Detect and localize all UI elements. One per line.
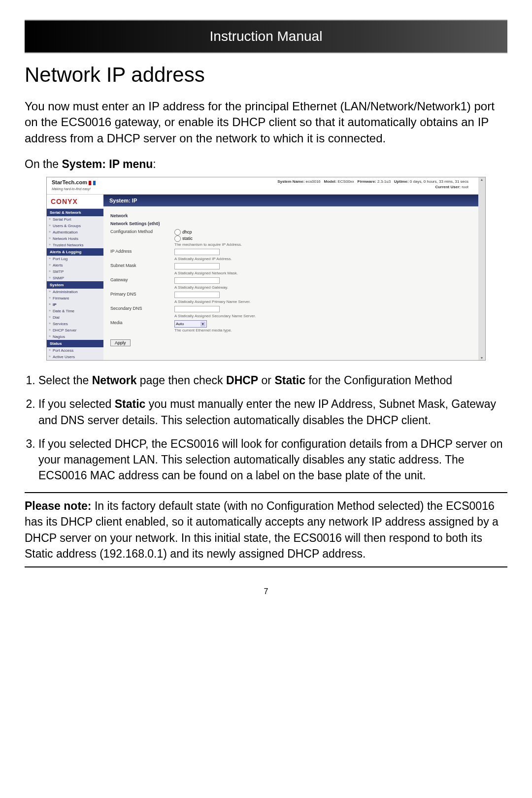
ss-navhead-serial: Serial & Network	[47, 209, 103, 216]
ss-settings-heading: Network Settings (eth0)	[110, 221, 471, 226]
ss-brand: CONYX	[47, 195, 103, 209]
ss-topbar: StarTech.com Making hard-to-find easy! S…	[47, 177, 478, 195]
apply-button[interactable]: Apply	[110, 339, 131, 346]
ip-address-hint: A Statically Assigned IP Address.	[174, 257, 471, 261]
sidebar-item-nagios[interactable]: Nagios	[47, 333, 103, 340]
step1-d: DHCP	[226, 374, 258, 387]
ss-navhead-system: System	[47, 281, 103, 289]
ss-model-val: ECS00xx	[338, 179, 354, 184]
sidebar-item-port-access[interactable]: Port Access	[47, 347, 103, 354]
ss-sysname-label: System Name:	[277, 179, 304, 184]
section-title: Network IP address	[25, 63, 507, 87]
config-method-label: Configuration Method	[110, 229, 174, 234]
ss-user-label: Current User:	[435, 185, 461, 189]
scroll-down-icon[interactable]: ▾	[481, 356, 483, 360]
step-1: Select the Network page then check DHCP …	[38, 372, 507, 388]
intro-paragraph: You now must enter an IP address for the…	[25, 99, 507, 146]
secondary-dns-label: Secondary DNS	[110, 306, 174, 311]
step1-b: Network	[92, 374, 137, 387]
step-2: If you selected Static you must manually…	[38, 396, 507, 428]
step1-e: or	[258, 374, 274, 387]
ss-uptime-label: Uptime:	[394, 179, 409, 184]
sidebar-item-trusted-networks[interactable]: Trusted Networks	[47, 242, 103, 248]
ss-navhead-status: Status	[47, 340, 103, 347]
steps-list: Select the Network page then check DHCP …	[25, 372, 507, 483]
on-menu-suffix: :	[153, 158, 156, 170]
sidebar-item-port-log[interactable]: Port Log	[47, 256, 103, 262]
media-label: Media	[110, 320, 174, 325]
ss-user-val: root	[462, 185, 468, 189]
sidebar-item-dial[interactable]: Dial	[47, 314, 103, 321]
step1-f: Static	[274, 374, 305, 387]
ss-sysinfo: System Name: ecs0016 Model: ECS00xx Firm…	[277, 179, 468, 193]
chevron-down-icon: ▾	[200, 322, 205, 327]
scrollbar[interactable]: ▴ ▾	[478, 177, 485, 360]
please-note: Please note: In its factory default stat…	[25, 498, 507, 562]
step1-c: page then check	[136, 374, 226, 387]
radio-dhcp-label: dhcp	[182, 230, 192, 234]
on-menu-prefix: On the	[25, 158, 62, 170]
media-select-value: Auto	[176, 322, 184, 326]
ss-sysname-val: ecs0016	[306, 179, 321, 184]
sidebar-item-active-users[interactable]: Active Users	[47, 354, 103, 360]
sidebar-item-serial-port[interactable]: Serial Port	[47, 216, 103, 223]
step2-b: Static	[115, 398, 146, 410]
ss-fw-val: 2.3-1u3	[377, 179, 391, 184]
radio-dhcp[interactable]: dhcp	[174, 229, 471, 235]
on-menu-bold: System: IP menu	[62, 158, 153, 170]
subnet-mask-input[interactable]	[174, 263, 220, 269]
sidebar-item-firmware[interactable]: Firmware	[47, 295, 103, 301]
config-method-hint: The mechanism to acquire IP Address.	[174, 242, 471, 247]
sidebar-item-services[interactable]: Services	[47, 321, 103, 327]
ss-model-label: Model:	[324, 179, 336, 184]
ss-uptime-val: 0 days, 0 hours, 33 mins, 31 secs	[410, 179, 468, 184]
step1-a: Select the	[38, 374, 92, 387]
media-hint: The current Ethernet media type.	[174, 328, 471, 332]
sidebar-item-smtp[interactable]: SMTP	[47, 268, 103, 275]
embedded-screenshot: StarTech.com Making hard-to-find easy! S…	[46, 177, 486, 361]
gateway-input[interactable]	[174, 277, 220, 284]
secondary-dns-hint: A Statically Assigned Secondary Name Ser…	[174, 314, 471, 318]
subnet-mask-label: Subnet Mask	[110, 263, 174, 268]
note-text: In its factory default state (with no Co…	[25, 499, 499, 560]
gateway-hint: A Statically Assigned Gateway.	[174, 285, 471, 290]
gateway-label: Gateway	[110, 277, 174, 282]
header-title: Instruction Manual	[210, 29, 323, 44]
header-bar: Instruction Manual	[25, 20, 507, 53]
secondary-dns-input[interactable]	[174, 306, 220, 312]
radio-static-label: static	[182, 236, 193, 241]
divider-bottom	[25, 566, 507, 567]
ss-fw-label: Firmware:	[358, 179, 376, 184]
divider-top	[25, 492, 507, 493]
step2-a: If you selected	[38, 398, 115, 410]
sidebar-item-administration[interactable]: Administration	[47, 289, 103, 295]
ss-logo-flag-icon	[89, 181, 96, 185]
sidebar-item-dhcp-server[interactable]: DHCP Server	[47, 327, 103, 333]
page-number: 7	[25, 587, 507, 596]
on-menu-line: On the System: IP menu:	[25, 158, 507, 171]
ss-network-heading: Network	[110, 213, 471, 218]
sidebar-item-network-hosts[interactable]: Network Hosts	[47, 235, 103, 242]
primary-dns-label: Primary DNS	[110, 292, 174, 297]
sidebar-item-users-groups[interactable]: Users & Groups	[47, 223, 103, 229]
ss-logo-text: StarTech.com	[52, 179, 87, 185]
primary-dns-input[interactable]	[174, 292, 220, 298]
media-select[interactable]: Auto ▾	[174, 320, 207, 328]
ss-main: System: IP Network Network Settings (eth…	[103, 195, 478, 360]
ss-navhead-alerts: Alerts & Logging	[47, 248, 103, 256]
note-label: Please note:	[25, 499, 92, 512]
subnet-mask-hint: A Statically Assigned Network Mask.	[174, 271, 471, 275]
ss-sidebar: CONYX Serial & Network Serial Port Users…	[47, 195, 103, 360]
ip-address-label: IP Address	[110, 249, 174, 254]
sidebar-item-alerts[interactable]: Alerts	[47, 262, 103, 268]
sidebar-item-snmp[interactable]: SNMP	[47, 275, 103, 281]
step1-g: for the Configuration Method	[305, 374, 452, 387]
ss-logo-subtext: Making hard-to-find easy!	[52, 187, 91, 191]
sidebar-item-ip[interactable]: IP	[47, 301, 103, 308]
sidebar-item-date-time[interactable]: Date & Time	[47, 308, 103, 314]
radio-static[interactable]: static	[174, 235, 471, 242]
sidebar-item-authentication[interactable]: Authentication	[47, 229, 103, 235]
scroll-up-icon[interactable]: ▴	[481, 177, 483, 182]
ss-logo: StarTech.com Making hard-to-find easy!	[52, 179, 96, 191]
ip-address-input[interactable]	[174, 249, 220, 255]
